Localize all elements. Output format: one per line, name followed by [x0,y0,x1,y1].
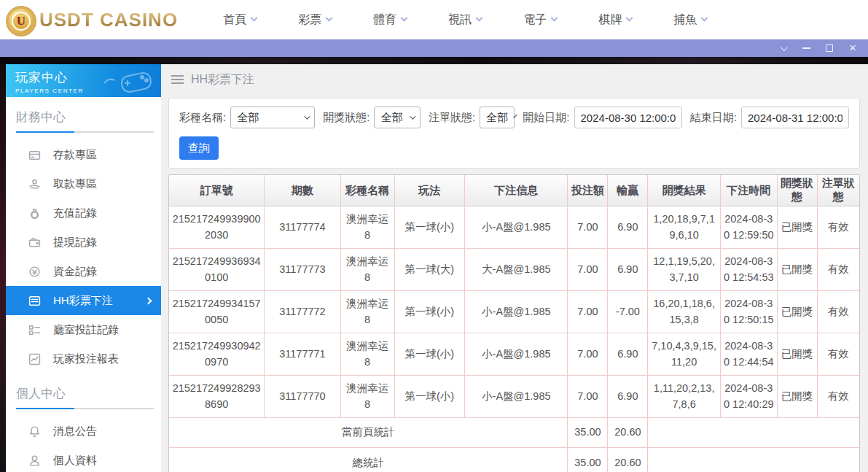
window-maximize-icon[interactable] [824,43,834,53]
sidebar-item-player-report[interactable]: 玩家投注報表 [6,344,161,374]
current-page-summary-row: 當前頁統計35.0020.60 [169,417,859,447]
sidebar-item-deposit[interactable]: 存款專區 [6,140,161,169]
cell-draw-status: 已開獎 [777,375,817,417]
player-report-icon [28,352,41,365]
sidebar-item-lottery-bet[interactable]: HH彩票下注 [6,286,161,315]
cell-bet-time: 2024-08-30 12:59:50 [720,206,777,249]
summary-win-loss: 20.60 [608,417,648,447]
window-minimize-icon[interactable] [801,43,811,53]
content-header: HH彩票下注 [161,64,868,95]
col-header-draw-status: 開獎狀態 [777,175,817,206]
user-icon [28,454,41,467]
cell-bet-amount: 7.00 [568,375,608,417]
bets-table: 訂單號期數彩種名稱玩法下注信息投注額輸贏開獎結果下注時間開獎狀態注單狀態 215… [169,175,859,472]
cell-bet-amount: 7.00 [568,333,608,375]
end-date-label: 結束日期: [690,111,737,125]
cell-play-type: 第一球(小) [394,206,465,249]
cell-order-status: 有效 [817,248,859,290]
cell-win-loss: 6.90 [608,375,648,417]
deposit-icon [28,148,41,161]
nav-item-5[interactable]: 電子 [523,12,557,28]
nav-item-label: 捕魚 [673,12,697,28]
nav-item-label: 視訊 [448,12,472,28]
cell-draw-result: 1,20,18,9,7,19,6,10 [648,206,721,249]
cell-win-loss: 6.90 [608,333,648,375]
cell-draw-result: 7,10,4,3,9,15,11,20 [648,333,721,375]
lottery-name-select[interactable]: 全部 [230,107,315,128]
sidebar-item-label: HH彩票下注 [53,294,113,308]
cell-period: 31177773 [265,248,340,290]
col-header-bet-amount: 投注額 [568,175,608,206]
chevron-down-icon [551,14,558,21]
nav-item-1[interactable]: 首頁 [223,12,257,28]
menu-toggle-icon[interactable] [171,75,184,84]
cell-play-type: 第一球(大) [394,248,465,290]
chevron-down-icon [401,14,408,21]
sidebar-item-label: 充值記錄 [53,206,97,220]
cell-lottery-name: 澳洲幸运8 [340,248,394,290]
draw-status-value: 全部 [380,111,402,125]
cell-lottery-name: 澳洲幸运8 [340,206,394,249]
cell-period: 31177770 [265,375,340,417]
sidebar-item-label: 資金記錄 [53,265,97,279]
nav-item-3[interactable]: 體育 [373,12,407,28]
col-header-draw-result: 開獎結果 [648,175,721,206]
end-date-input[interactable] [741,107,849,128]
cell-draw-status: 已開獎 [777,248,817,290]
start-date-input[interactable] [574,107,682,128]
cell-bet-amount: 7.00 [568,290,608,333]
funds-record-icon [28,265,41,278]
sidebar-item-room-bet-record[interactable]: 廳室投註記錄 [6,315,161,344]
search-button[interactable]: 查詢 [179,136,219,160]
draw-status-select[interactable]: 全部 [374,107,420,128]
top-nav-bar: U USDT CASINO 首頁彩票體育視訊電子棋牌捕魚 [0,0,868,39]
start-date-label: 開始日期: [523,111,569,125]
cell-lottery-name: 澳洲幸运8 [340,375,394,417]
nav-item-6[interactable]: 棋牌 [598,12,632,28]
chevron-down-icon [476,14,483,21]
sidebar-item-user[interactable]: 個人資料 [6,446,161,472]
window-close-icon[interactable]: × [848,43,858,53]
order-status-label: 注單狀態: [429,111,475,125]
cell-lottery-name: 澳洲幸运8 [340,333,394,375]
coin-logo-icon: U [6,6,36,36]
cell-order-no: 2152172499399002030 [169,206,265,249]
total-summary-row: 總統計35.0020.60 [169,447,859,472]
cell-order-status: 有效 [817,206,859,249]
main-nav: 首頁彩票體育視訊電子棋牌捕魚 [223,12,707,28]
sidebar-item-withdraw[interactable]: 取款專區 [6,169,161,198]
chevron-down-icon [701,14,708,21]
brand-name: USDT CASINO [39,9,178,31]
cell-win-loss: -7.00 [608,290,648,333]
cell-bet-info: 小-A盤@1.985 [465,375,568,417]
cell-draw-status: 已開獎 [777,290,817,333]
sidebar: 玩家中心 PLAYERS CENTER 財務中心存款專區取款專區充值記錄提現記錄… [6,64,161,472]
order-status-select[interactable]: 全部 [480,107,515,128]
cell-order-no: 2152172499282938690 [169,375,265,417]
cell-bet-amount: 7.00 [568,248,608,290]
col-header-order-no: 訂單號 [169,175,265,206]
nav-item-7[interactable]: 捕魚 [673,12,707,28]
cell-draw-result: 12,1,19,5,20,3,7,10 [648,248,721,290]
sidebar-item-label: 個人資料 [53,454,97,468]
gamepad-icon [100,69,154,93]
sidebar-item-recharge-record[interactable]: 充值記錄 [6,198,161,228]
chevron-right-icon [145,297,152,304]
background-strip [0,57,868,64]
sidebar-item-withdrawal-record[interactable]: 提現記錄 [6,228,161,257]
withdraw-icon [28,177,41,190]
window-dropdown-icon[interactable] [778,43,788,53]
sidebar-item-funds-record[interactable]: 資金記錄 [6,257,161,286]
chevron-down-icon [626,14,633,21]
cell-play-type: 第一球(小) [394,375,465,417]
summary-empty [648,447,859,472]
summary-label: 總統計 [169,447,568,472]
cell-lottery-name: 澳洲幸运8 [340,290,394,333]
nav-item-4[interactable]: 視訊 [448,12,482,28]
nav-item-label: 電子 [523,12,547,28]
section-underline [16,408,154,409]
lottery-name-value: 全部 [237,111,259,125]
sidebar-item-bell[interactable]: 消息公告 [6,417,161,446]
nav-item-2[interactable]: 彩票 [298,12,332,28]
summary-bet-amount: 35.00 [568,417,608,447]
